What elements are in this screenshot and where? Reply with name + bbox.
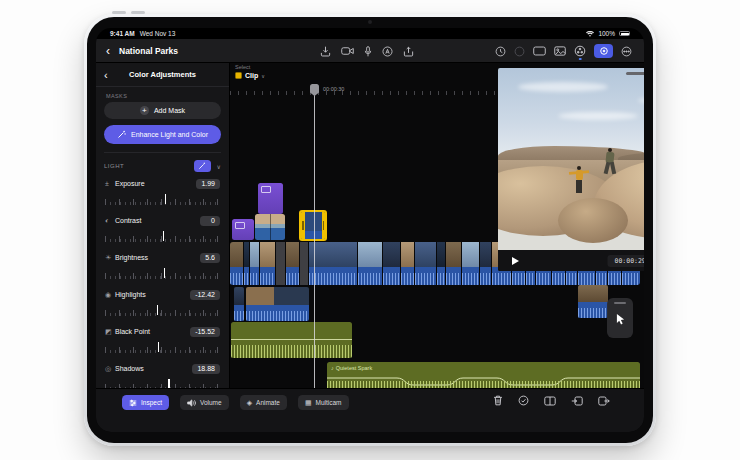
stage: 9:41 AM Wed Nov 13 100% ‹ National Parks (0, 0, 740, 460)
slider-thumb[interactable] (158, 342, 160, 352)
wifi-icon (586, 31, 594, 37)
mic-icon[interactable] (364, 46, 372, 57)
viewer-drag-handle[interactable] (626, 72, 644, 75)
title-clip[interactable] (258, 183, 283, 214)
chevron-down-icon[interactable]: ∨ (217, 163, 221, 170)
add-mask-label: Add Mask (154, 107, 185, 114)
pages-icon[interactable] (544, 396, 556, 406)
volume-label: Volume (200, 399, 222, 406)
audio-clip[interactable] (231, 322, 352, 358)
add-mask-button[interactable]: + Add Mask (104, 102, 221, 119)
timeline-clip-segment[interactable] (462, 242, 479, 285)
slider-ruler[interactable] (105, 379, 220, 388)
plus-icon: + (140, 106, 149, 115)
timeline-clip-segment[interactable] (446, 242, 461, 285)
timeline-clip-segment[interactable] (309, 242, 357, 285)
slider-label: Highlights (115, 291, 190, 298)
timeline-clip-segment[interactable] (250, 242, 259, 285)
back-chevron-icon[interactable]: ‹ (106, 45, 110, 57)
play-button[interactable] (512, 257, 519, 265)
share-icon[interactable] (403, 46, 414, 57)
check-circle-icon[interactable] (518, 395, 529, 406)
pencil-a-icon[interactable] (382, 46, 393, 57)
timeline-clip-segment[interactable] (358, 242, 382, 285)
timeline-clip-segment[interactable] (437, 242, 445, 285)
multicam-button[interactable]: ▦ Multicam (298, 395, 349, 410)
title-clip[interactable] (232, 219, 254, 240)
slider-thumb[interactable] (157, 305, 159, 315)
slider-highlights[interactable]: ◉Highlights-12.42 (96, 285, 229, 322)
slider-value[interactable]: 1.99 (196, 179, 220, 189)
viewer[interactable]: 00:00:29:17 ••• (498, 68, 644, 271)
timeline-clip-segment[interactable] (230, 242, 243, 285)
jog-icon[interactable] (594, 44, 613, 58)
slider-brightness[interactable]: ☀Brightness5.6 (96, 248, 229, 285)
battery-icon (619, 31, 630, 36)
history-icon[interactable] (495, 46, 506, 57)
multicam-label: Multicam (316, 399, 342, 406)
playhead-line[interactable] (314, 85, 315, 392)
timeline-clip-segment[interactable] (300, 242, 308, 285)
insert-left-icon[interactable] (571, 396, 583, 406)
inspect-button[interactable]: Inspect (122, 395, 169, 410)
slider-value[interactable]: 5.6 (200, 253, 220, 263)
light-auto-button[interactable] (194, 160, 211, 172)
volume-button[interactable]: Volume (180, 395, 229, 410)
viewer-controls: 00:00:29:17 ••• (498, 250, 644, 271)
timeline-clip-segment[interactable] (286, 242, 299, 285)
more-icon[interactable] (621, 46, 632, 57)
slider-value[interactable]: -12.42 (190, 290, 220, 300)
timeline-clip-segment[interactable] (276, 242, 285, 285)
timeline-clip-segment[interactable] (260, 242, 275, 285)
video-frame (498, 68, 644, 250)
insert-right-icon[interactable] (598, 396, 610, 406)
light-section-header[interactable]: LIGHT ∨ (104, 152, 221, 172)
connected-clip[interactable] (234, 287, 244, 321)
timeline-clip-segment[interactable] (401, 242, 414, 285)
clip-mode-dropdown[interactable]: Clip ∨ (235, 72, 265, 79)
timeline-clip-segment[interactable] (480, 242, 491, 285)
slider-ruler[interactable] (105, 268, 220, 279)
timeline-clip-segment[interactable] (415, 242, 436, 285)
slider-value[interactable]: 0 (200, 216, 220, 226)
timeline-clip-segment[interactable] (383, 242, 400, 285)
bottom-toolbar: Inspect Volume ◈ Animate ▦ Multicam (96, 388, 644, 432)
pencil-hover-popup[interactable] (607, 298, 633, 338)
trash-icon[interactable] (493, 395, 503, 406)
toolbar-right-icons (495, 39, 632, 63)
trim-handle-right[interactable] (323, 221, 325, 229)
connected-video-clip[interactable] (255, 214, 285, 240)
slider-value[interactable]: 18.88 (192, 364, 220, 374)
animate-button[interactable]: ◈ Animate (240, 395, 287, 410)
import-icon[interactable] (320, 46, 331, 57)
battery-percent: 100% (598, 30, 615, 37)
slider-thumb[interactable] (165, 194, 167, 204)
slider-ruler[interactable] (105, 231, 220, 242)
masks-section-label: MASKS (106, 93, 229, 99)
slider-value[interactable]: -15.52 (190, 327, 220, 337)
camera-icon[interactable] (341, 46, 354, 56)
slider-black-point[interactable]: ◩Black Point-15.52 (96, 322, 229, 359)
slider-shadows[interactable]: ◎Shadows18.88 (96, 359, 229, 388)
connected-clip[interactable] (578, 285, 608, 318)
slider-exposure[interactable]: ±Exposure1.99 (96, 174, 229, 211)
color-adjust-icon[interactable] (574, 45, 586, 57)
photos-icon[interactable] (554, 46, 566, 56)
panel-title: Color Adjustments (96, 70, 229, 79)
slider-ruler[interactable] (105, 305, 220, 316)
slider-thumb[interactable] (168, 379, 170, 388)
redo-icon[interactable] (514, 46, 525, 57)
slider-ruler[interactable] (105, 194, 220, 205)
project-title: National Parks (119, 46, 178, 56)
selected-clip[interactable] (299, 210, 327, 241)
slider-ruler[interactable] (105, 342, 220, 353)
enhance-light-color-button[interactable]: Enhance Light and Color (104, 125, 221, 144)
timeline[interactable]: Select Clip ∨ 00:00:30 (230, 63, 644, 388)
trim-handle-left[interactable] (302, 221, 304, 229)
display-icon[interactable] (533, 46, 546, 56)
slider-thumb[interactable] (163, 231, 165, 241)
slider-thumb[interactable] (164, 268, 166, 278)
slider-contrast[interactable]: ◐Contrast0 (96, 211, 229, 248)
connected-clip[interactable] (246, 287, 309, 321)
timeline-clip-segment[interactable] (244, 242, 249, 285)
